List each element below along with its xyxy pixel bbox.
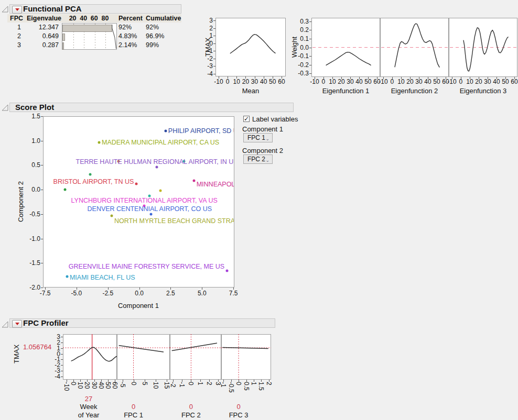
y-tick-mark <box>41 239 43 239</box>
scatter-point[interactable] <box>89 173 92 176</box>
y-tick-mark <box>61 342 63 343</box>
component1-label: Component 1 <box>242 125 283 133</box>
x-tick-label: 10 <box>329 79 336 85</box>
label-variables-checkbox[interactable]: ✓ <box>243 116 250 122</box>
x-tick-label: 20 <box>406 79 413 85</box>
col-header-percent: Percent <box>118 14 143 23</box>
disclosure-triangle-icon[interactable] <box>2 321 8 328</box>
scatter-point[interactable] <box>192 180 195 182</box>
bar-axis-label: 80 <box>101 14 109 23</box>
profiler-panel-svg <box>117 334 170 380</box>
y-tick-mark <box>213 66 215 67</box>
red-triangle-icon <box>15 323 19 325</box>
scatter-point[interactable] <box>226 270 229 272</box>
x-tick-label: 7.5 <box>229 290 238 297</box>
bar-axis-label: 20 <box>69 14 77 23</box>
x-tick-label: 2 <box>206 382 212 385</box>
x-tick-label: -10 <box>214 79 223 85</box>
eigenfunction-curve <box>449 18 517 77</box>
table-cell-eigenvalue[interactable]: 0.287 <box>25 41 59 50</box>
scatter-point[interactable] <box>110 214 113 217</box>
y-tick-mark <box>309 56 311 57</box>
y-tick-mark <box>41 214 43 215</box>
x-tick-label: -0.5 <box>228 382 234 393</box>
x-tick-label: 50 <box>269 79 276 85</box>
profiler-factor-name: of Year <box>78 411 100 419</box>
y-tick-label: -0.5 <box>25 211 40 218</box>
x-tick-label: 40 <box>493 79 500 85</box>
fpca-menu-button[interactable] <box>12 6 22 14</box>
profiler-factor-name: FPC 3 <box>229 411 249 419</box>
table-cell-cumulative[interactable]: 99% <box>146 41 177 50</box>
y-tick-mark <box>213 51 215 51</box>
x-tick-label: -2.5 <box>102 290 113 297</box>
scatter-point-label: MINNEAPOLIS <box>197 181 234 188</box>
scatter-point[interactable] <box>98 141 100 143</box>
scatter-point[interactable] <box>135 182 138 185</box>
table-cell-fpc[interactable]: 1 <box>7 23 21 32</box>
table-cell-cumulative[interactable]: 96.9% <box>146 32 177 41</box>
y-tick-label: -3 <box>197 63 213 70</box>
y-tick-mark <box>41 116 43 117</box>
scatter-point[interactable] <box>150 213 153 215</box>
y-tick-label: 0.2 <box>293 27 309 34</box>
x-tick-label: 1 <box>250 382 257 385</box>
y-tick-label: 1 <box>197 32 213 39</box>
y-tick-mark <box>41 165 43 165</box>
mean-curve <box>215 18 286 76</box>
x-tick-label: -1 <box>220 382 226 388</box>
scatter-point-label: DENVER CENTENNIAL AIRPORT, CO US <box>88 205 212 213</box>
y-tick-label: 3 <box>197 17 213 24</box>
profiler-menu-button[interactable] <box>12 320 22 328</box>
x-tick-label: -10 <box>447 79 456 85</box>
y-tick-label: -0.2 <box>293 62 309 69</box>
scatter-point-label: PHILIP AIRPORT, SD US <box>168 127 234 135</box>
y-tick-mark <box>61 348 63 349</box>
x-tick-label: 30 <box>347 79 353 85</box>
y-tick-mark <box>309 39 311 39</box>
table-cell-percent[interactable]: 92% <box>118 23 144 32</box>
component2-dropdown[interactable]: FPC 2⌄ <box>243 154 273 164</box>
x-tick-label: 0 <box>187 382 194 385</box>
x-tick-label: -10 <box>63 382 70 391</box>
x-tick-label: 60 <box>511 79 517 85</box>
scatter-point[interactable] <box>66 275 68 278</box>
disclosure-triangle-icon[interactable] <box>2 104 8 111</box>
x-tick-label: 0 <box>391 79 394 85</box>
y-tick-mark <box>41 190 43 190</box>
table-cell-percent[interactable]: 2.14% <box>118 41 144 50</box>
scatter-point[interactable] <box>64 189 67 191</box>
y-tick-mark <box>213 59 215 59</box>
profiler-panel-svg <box>63 334 117 380</box>
table-cell-cumulative[interactable]: 92% <box>146 23 177 32</box>
x-tick-label: 10 <box>466 79 473 85</box>
y-tick-label: 0.0 <box>25 186 40 193</box>
profiler-factor-name: FPC 1 <box>124 411 143 419</box>
fpca-title: Functional PCA <box>23 4 82 14</box>
scatter-point[interactable] <box>159 190 162 192</box>
table-cell-fpc[interactable]: 3 <box>7 41 21 50</box>
x-tick-label: 10 <box>397 79 404 85</box>
scatter-point[interactable] <box>164 130 167 132</box>
disclosure-triangle-icon[interactable] <box>2 6 8 13</box>
profiler-panel-svg <box>221 334 271 380</box>
y-tick-mark <box>213 74 215 74</box>
scatter-point[interactable] <box>156 166 158 169</box>
component1-dropdown[interactable]: FPC 1⌄ <box>243 133 273 142</box>
table-cell-fpc[interactable]: 2 <box>7 32 21 41</box>
score-ylabel: Component 2 <box>17 181 25 222</box>
scatter-point-label: TERRE HAUTE HULMAN REGIONAL AIRPORT, IN … <box>76 158 234 165</box>
x-tick-label: -5.0 <box>71 290 82 297</box>
profiler-ylabel: TMAX <box>13 345 20 363</box>
table-cell-percent[interactable]: 4.83% <box>118 32 144 41</box>
table-cell-eigenvalue[interactable]: 0.649 <box>25 32 59 41</box>
x-tick-label: 0 <box>322 79 326 85</box>
x-tick-label: 1 <box>197 382 203 385</box>
y-tick-mark <box>309 48 311 48</box>
y-tick-mark <box>309 73 311 74</box>
mean-xlabel: Mean <box>242 87 260 95</box>
scatter-point-label: MIAMI BEACH, FL US <box>70 274 135 281</box>
y-tick-label: 2 <box>197 25 213 32</box>
y-tick-mark <box>61 377 63 377</box>
table-cell-eigenvalue[interactable]: 12.347 <box>25 23 59 32</box>
